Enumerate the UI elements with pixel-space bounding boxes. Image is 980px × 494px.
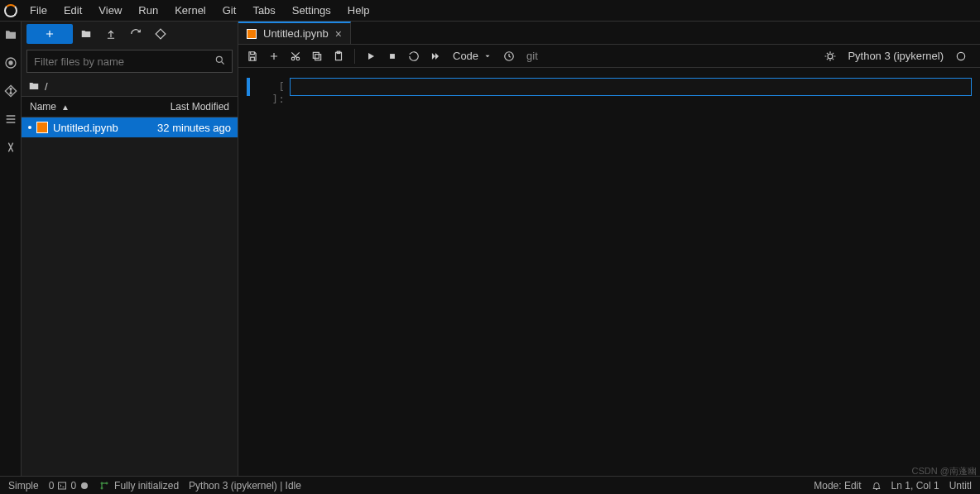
activity-bar (0, 22, 22, 476)
menu-file[interactable]: File (22, 1, 55, 20)
status-git[interactable]: Fully initialized (99, 480, 179, 492)
terminal-icon (57, 481, 67, 491)
extensions-icon[interactable] (2, 139, 19, 156)
file-filter-box (26, 50, 233, 73)
svg-point-18 (101, 487, 103, 489)
close-icon[interactable]: × (335, 27, 342, 41)
svg-point-1 (9, 61, 12, 65)
restart-run-all-button[interactable] (426, 47, 444, 65)
file-name: Untitled.ipynb (53, 122, 118, 134)
git-branch-icon (99, 481, 109, 491)
breadcrumb-root: / (45, 80, 48, 93)
menu-settings[interactable]: Settings (284, 1, 339, 20)
svg-rect-7 (315, 54, 321, 60)
cell-type-select[interactable]: Code (448, 50, 497, 62)
svg-point-14 (957, 52, 964, 60)
copy-button[interactable] (308, 47, 326, 65)
cut-button[interactable] (286, 47, 305, 65)
svg-point-13 (828, 54, 833, 59)
interrupt-button[interactable] (383, 47, 401, 65)
notification-icon[interactable] (872, 481, 882, 491)
file-modified: 32 minutes ago (157, 122, 231, 134)
status-mode: Mode: Edit (814, 480, 861, 492)
upload-button[interactable] (99, 24, 122, 44)
svg-point-19 (106, 482, 108, 484)
kernel-count-icon (79, 481, 89, 491)
git-label: git (526, 50, 538, 62)
file-sidebar: / Name▲ Last Modified Untitled.ipynb 32 … (22, 22, 238, 476)
tab-untitled[interactable]: Untitled.ipynb × (238, 22, 351, 44)
chevron-down-icon (483, 52, 492, 60)
paste-button[interactable] (329, 47, 348, 65)
svg-point-4 (216, 56, 222, 62)
notebook-toolbar: Code git Python 3 (ipykernel) (238, 45, 980, 68)
search-icon (214, 55, 226, 69)
toc-icon[interactable] (2, 111, 19, 127)
menu-kernel[interactable]: Kernel (166, 1, 214, 20)
menu-edit[interactable]: Edit (55, 1, 90, 20)
menu-git[interactable]: Git (214, 1, 245, 20)
tab-bar: Untitled.ipynb × (238, 22, 980, 45)
cell-run-indicator (247, 78, 250, 96)
cell-prompt: [ ]: (265, 78, 290, 105)
git-history-button[interactable] (500, 47, 518, 65)
top-menu-bar: File Edit View Run Kernel Git Tabs Setti… (0, 0, 980, 22)
kernel-name[interactable]: Python 3 (ipykernel) (848, 50, 944, 62)
new-folder-button[interactable] (74, 24, 98, 44)
cell-type-label: Code (453, 50, 478, 62)
svg-rect-15 (59, 482, 66, 489)
app-logo (0, 0, 22, 22)
insert-cell-button[interactable] (265, 47, 283, 65)
menu-view[interactable]: View (90, 1, 130, 20)
menu-run[interactable]: Run (130, 1, 166, 20)
status-simple[interactable]: Simple (8, 480, 39, 492)
code-cell[interactable]: [ ]: (247, 78, 972, 105)
svg-point-16 (81, 482, 88, 489)
status-kernel[interactable]: Python 3 (ipykernel) | Idle (189, 480, 301, 492)
folder-icon (28, 80, 40, 92)
file-filter-input[interactable] (26, 50, 233, 73)
file-list-header: Name▲ Last Modified (22, 96, 238, 118)
kernel-status-icon[interactable] (952, 47, 970, 65)
cell-editor[interactable] (290, 78, 972, 96)
running-icon[interactable] (2, 55, 19, 71)
status-filename: Untitl (949, 480, 972, 492)
status-terminals[interactable]: 0 0 (49, 480, 89, 492)
save-button[interactable] (243, 47, 262, 65)
svg-rect-11 (390, 54, 395, 59)
col-name[interactable]: Name (30, 101, 56, 113)
menu-help[interactable]: Help (339, 1, 378, 20)
run-button[interactable] (362, 47, 380, 65)
status-position[interactable]: Ln 1, Col 1 (891, 480, 939, 492)
debug-button[interactable] (821, 47, 839, 65)
restart-button[interactable] (405, 47, 423, 65)
status-bar: Simple 0 0 Fully initialized Python 3 (i… (0, 476, 980, 494)
svg-point-17 (101, 482, 103, 484)
tab-label: Untitled.ipynb (263, 27, 329, 40)
notebook-file-icon (36, 122, 48, 133)
breadcrumb[interactable]: / (22, 76, 238, 96)
notebook-file-icon (247, 29, 257, 39)
sidebar-toolbar (22, 22, 238, 46)
filebrowser-icon[interactable] (2, 26, 19, 43)
new-launcher-button[interactable] (26, 24, 73, 44)
git-clone-button[interactable] (149, 24, 172, 44)
file-row[interactable]: Untitled.ipynb 32 minutes ago (22, 118, 238, 137)
git-icon[interactable] (2, 83, 19, 99)
main-menu: File Edit View Run Kernel Git Tabs Setti… (22, 1, 378, 20)
running-dot-icon (28, 126, 31, 129)
col-modified[interactable]: Last Modified (171, 101, 229, 113)
svg-rect-8 (313, 52, 319, 58)
main-area: Untitled.ipynb × Code git Python 3 (i (238, 22, 980, 476)
sort-caret-icon: ▲ (61, 103, 70, 112)
notebook-area[interactable]: [ ]: (238, 68, 980, 476)
menu-tabs[interactable]: Tabs (244, 1, 283, 20)
refresh-button[interactable] (124, 24, 147, 44)
